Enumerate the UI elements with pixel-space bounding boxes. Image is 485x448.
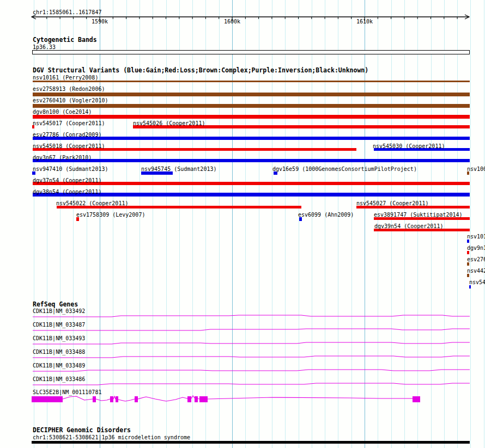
dgv-variant-label[interactable]: nsv442 [467, 268, 485, 274]
ruler-tick-label: 1600k [224, 19, 240, 24]
dgv-variant-bar[interactable] [76, 217, 79, 221]
dgv-variant-bar[interactable] [467, 240, 469, 243]
dgv-variant-bar[interactable] [33, 104, 470, 108]
dgv-variant-bar[interactable] [299, 217, 302, 221]
region-coordinates: chr1:1585061..1617847 [33, 9, 101, 15]
genome-browser-canvas: chr1:1585061..1617847 1590k1600k1610k Cy… [0, 0, 485, 448]
exon-box[interactable] [110, 396, 113, 402]
dgv-variant-label[interactable]: nsv545022 (Cooper2011) [56, 200, 128, 206]
refseq-gene-label[interactable]: SLC35E2B|NM_001110781 [33, 389, 101, 395]
dgv-variant-label[interactable]: nsv54 [469, 279, 485, 285]
refseq-gene-label[interactable]: CDK11B|NM_033488 [33, 349, 85, 355]
refseq-gene-label[interactable]: CDK11B|NM_033486 [33, 376, 85, 382]
exon-box[interactable] [413, 396, 420, 402]
grid-line [484, 0, 484, 448]
exon-box[interactable] [93, 396, 96, 402]
ruler-tick-label: 1590k [92, 19, 108, 24]
dgv-variant-label[interactable]: nsv100 [467, 166, 485, 172]
grid-line [470, 0, 471, 448]
dgv-heading: DGV Structural Variants (Blue:Gain;Red:L… [33, 67, 368, 73]
exon-box[interactable] [116, 396, 118, 402]
dgv-variant-bar[interactable] [467, 262, 469, 266]
exon-box[interactable] [32, 396, 63, 402]
dgv-variant-label[interactable]: nsv101 [467, 234, 485, 240]
dgv-variant-bar[interactable] [467, 251, 469, 254]
grid-line [457, 0, 458, 448]
dgv-variant-bar[interactable] [33, 93, 470, 96]
grid-line [444, 0, 445, 448]
dgv-variant-label[interactable]: nsv545030 (Cooper2011) [373, 143, 445, 149]
dgv-variant-label[interactable]: nsv10161 (Perry2008) [33, 75, 98, 81]
dgv-variant-label[interactable]: nsv545026 (Cooper2011) [133, 120, 205, 126]
dgv-variant-label[interactable]: esv2760410 (Vogler2010) [33, 97, 108, 103]
cytobands-heading: Cytogenetic Bands [33, 36, 97, 43]
exon-box[interactable] [195, 396, 198, 402]
exon-box[interactable] [199, 396, 208, 402]
dgv-variant-label[interactable]: esv27786 (Conrad2009) [33, 132, 101, 138]
refseq-gene-label[interactable]: CDK11B|NM_033489 [33, 363, 85, 369]
dgv-variant-label[interactable]: esv276 [467, 256, 485, 262]
dgv-variant-label[interactable]: esv3891747 (Suktitipat2014) [374, 212, 463, 218]
decipher-region-bar[interactable] [32, 441, 470, 444]
dgv-variant-label[interactable]: dgv8n100 (Coe2014) [33, 109, 92, 115]
cytoband-bar[interactable] [32, 50, 470, 54]
dgv-variant-bar[interactable] [467, 274, 469, 277]
exon-box[interactable] [187, 396, 191, 402]
dgv-variant-label[interactable]: nsv545018 (Cooper2011) [33, 143, 105, 149]
ruler-arrow-right-icon [465, 15, 469, 19]
refseq-gene-label[interactable]: CDK11B|NM_033492 [33, 308, 85, 314]
dgv-variant-bar[interactable] [33, 159, 470, 162]
dgv-variant-label[interactable]: dgv3n67 (Park2010) [33, 155, 92, 161]
dgv-variant-label[interactable]: esv2758913 (Redon2006) [33, 86, 105, 92]
dgv-variant-label[interactable]: esv6099 (Ahn2009) [298, 212, 354, 218]
refseq-gene-label[interactable]: CDK11B|NM_033487 [33, 322, 85, 328]
exon-box[interactable] [135, 396, 138, 402]
dgv-variant-label[interactable]: nsv947410 (Sudmant2013) [33, 166, 108, 172]
dgv-variant-label[interactable]: dgv39n54 (Cooper2011) [374, 223, 443, 229]
dgv-variant-bar[interactable] [469, 285, 471, 289]
dgv-variant-label[interactable]: dgv16e59 (1000GenomesConsortiumPilotProj… [272, 166, 417, 172]
dgv-variant-label[interactable]: nsv945745 (Sudmant2013) [141, 166, 216, 172]
dgv-variant-label[interactable]: esv1758309 (Levy2007) [76, 212, 145, 218]
dgv-variant-bar[interactable] [33, 81, 470, 82]
dgv-variant-label[interactable]: dgv37n54 (Cooper2011) [33, 177, 101, 183]
dgv-variant-label[interactable]: nsv545027 (Cooper2011) [356, 200, 428, 206]
decipher-heading: DECIPHER Genomic Disorders [33, 427, 131, 433]
cytoband-name: 1p36.33 [33, 44, 56, 50]
decipher-entry[interactable]: chr1:5308621-5308621|1p36 microdeletion … [33, 434, 190, 440]
refseq-gene-label[interactable]: CDK11B|NM_033493 [33, 335, 85, 341]
refseq-heading: RefSeq Genes [33, 301, 78, 308]
dgv-variant-label[interactable]: dgv9n1 [467, 245, 485, 251]
ruler-tick-label: 1610k [356, 19, 373, 24]
dgv-variant-label[interactable]: nsv545017 (Cooper2011) [33, 120, 105, 126]
dgv-variant-bar[interactable] [33, 115, 470, 119]
dgv-variant-label[interactable]: dgv38n54 (Cooper2011) [33, 189, 101, 195]
